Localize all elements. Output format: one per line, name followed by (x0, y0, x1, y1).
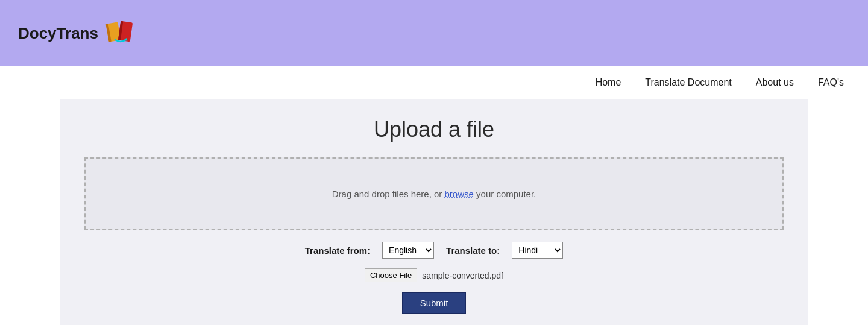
dropzone-text-before: Drag and drop files here, or (332, 189, 445, 199)
books-icon (104, 17, 137, 50)
logo-container: DocyTrans (18, 17, 137, 50)
file-row: Choose File sample-converted.pdf (84, 268, 784, 282)
upload-title: Upload a file (84, 117, 784, 142)
translate-to-select[interactable]: Hindi English French Spanish German (512, 242, 563, 259)
file-name-display: sample-converted.pdf (422, 271, 503, 280)
submit-row: Submit (84, 292, 784, 314)
navigation: Home Translate Document About us FAQ's (0, 66, 868, 99)
dropzone[interactable]: Drag and drop files here, or browse your… (84, 157, 784, 230)
translate-from-label: Translate from: (305, 245, 370, 256)
browse-link[interactable]: browse (445, 189, 474, 199)
dropzone-text-after: your computer. (474, 189, 536, 199)
submit-button[interactable]: Submit (402, 292, 467, 314)
controls-row: Translate from: English French Spanish G… (84, 242, 784, 259)
translate-from-select[interactable]: English French Spanish German Chinese (382, 242, 434, 259)
choose-file-button[interactable]: Choose File (365, 268, 417, 282)
header: DocyTrans (0, 0, 868, 66)
nav-home[interactable]: Home (596, 77, 621, 88)
nav-translate-document[interactable]: Translate Document (645, 77, 731, 88)
nav-faqs[interactable]: FAQ's (818, 77, 844, 88)
logo-text: DocyTrans (18, 24, 98, 43)
translate-to-label: Translate to: (446, 245, 500, 256)
dropzone-text: Drag and drop files here, or browse your… (332, 189, 536, 199)
main-content: Upload a file Drag and drop files here, … (60, 99, 808, 325)
nav-about-us[interactable]: About us (756, 77, 794, 88)
